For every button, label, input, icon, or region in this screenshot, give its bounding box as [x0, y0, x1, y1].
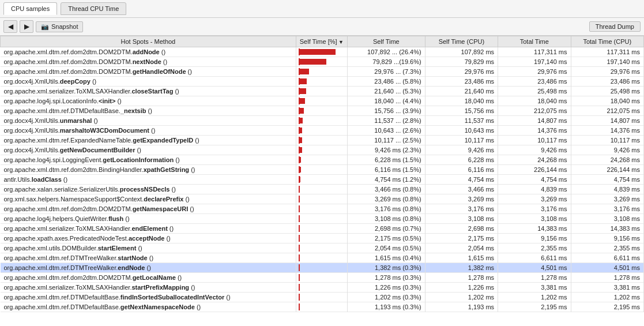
total-time-cpu-cell: 4,754 ms: [571, 175, 643, 185]
bar-cell: [296, 214, 347, 224]
self-time-cell: 1,226 ms (0.3%): [347, 283, 425, 293]
table-row[interactable]: org.docx4j.XmlUtils.deepCopy ()23,486 ..…: [1, 77, 644, 87]
table-row[interactable]: org.apache.xml.dtm.ref.dom2dtm.DOM2DTM.a…: [1, 47, 644, 57]
table-header-row: Hot Spots - Method Self Time [%] Self Ti…: [1, 36, 644, 47]
table-row[interactable]: org.apache.xml.serializer.ToXMLSAXHandle…: [1, 224, 644, 234]
self-time-cpu-cell: 79,829 ms: [425, 57, 498, 67]
bar-cell: [296, 302, 347, 312]
total-time-cell: 2,355 ms: [498, 243, 571, 253]
table-row[interactable]: org.apache.xalan.serialize.SerializerUti…: [1, 185, 644, 194]
bar-cell: [296, 67, 347, 77]
total-time-cpu-cell: 117,311 ms: [571, 47, 643, 57]
total-time-cell: 1,202 ms: [498, 293, 571, 302]
self-time-cpu-cell: 1,278 ms: [425, 273, 498, 283]
snapshot-button[interactable]: 📷 Snapshot: [36, 21, 83, 32]
method-cell: org.apache.xml.dtm.ref.DTMDefaultBase.fi…: [1, 293, 296, 302]
total-time-cell: 4,754 ms: [498, 175, 571, 185]
col-total-time: Total Time: [498, 36, 571, 47]
table-row[interactable]: org.apache.xpath.axes.PredicatedNodeTest…: [1, 234, 644, 243]
method-cell: org.xml.sax.helpers.NamespaceSupport$Con…: [1, 194, 296, 204]
bar-cell: [296, 263, 347, 273]
table-row[interactable]: org.docx4j.XmlUtils.getNewDocumentBuilde…: [1, 145, 644, 155]
bar-cell: [296, 253, 347, 263]
table-row[interactable]: org.apache.xml.dtm.ref.DTMDefaultBase._n…: [1, 106, 644, 116]
total-time-cpu-cell: 23,486 ms: [571, 77, 643, 87]
self-time-cell: 2,698 ms (0.7%): [347, 224, 425, 234]
table-row[interactable]: org.apache.xml.serializer.ToXMLSAXHandle…: [1, 87, 644, 96]
table-row[interactable]: antlr.Utils.loadClass ()4,754 ms (1.2%)4…: [1, 175, 644, 185]
self-time-cpu-cell: 3,269 ms: [425, 194, 498, 204]
total-time-cpu-cell: 1,202 ms: [571, 293, 643, 302]
method-cell: org.apache.xml.dtm.ref.DTMDefaultBase.ge…: [1, 302, 296, 312]
bar-cell: [296, 57, 347, 67]
bar-cell: [296, 136, 347, 145]
table-row[interactable]: org.docx4j.XmlUtils.marshaltoW3CDomDocum…: [1, 126, 644, 136]
total-time-cpu-cell: 14,383 ms: [571, 224, 643, 234]
method-cell: org.apache.xml.dtm.ref.DTMTreeWalker.end…: [1, 263, 296, 273]
bar-cell: [296, 185, 347, 194]
bar-cell: [296, 96, 347, 106]
tab-cpu-samples[interactable]: CPU samples: [3, 2, 57, 15]
toolbar-row: ◀ ▶ 📷 Snapshot Thread Dump: [0, 18, 644, 36]
self-time-cpu-cell: 2,698 ms: [425, 224, 498, 234]
method-cell: org.apache.xml.utils.DOMBuilder.startEle…: [1, 243, 296, 253]
table-row[interactable]: org.apache.log4j.spi.LoggingEvent.getLoc…: [1, 155, 644, 165]
table-row[interactable]: org.apache.xml.utils.DOMBuilder.startEle…: [1, 243, 644, 253]
table-row[interactable]: org.xml.sax.helpers.NamespaceSupport$Con…: [1, 194, 644, 204]
total-time-cell: 10,117 ms: [498, 136, 571, 145]
self-time-cell: 10,643 ... (2.6%): [347, 126, 425, 136]
table-row[interactable]: org.apache.xml.dtm.ref.DTMTreeWalker.sta…: [1, 253, 644, 263]
forward-button[interactable]: ▶: [20, 20, 33, 33]
self-time-cpu-cell: 15,756 ms: [425, 106, 498, 116]
total-time-cell: 25,498 ms: [498, 87, 571, 96]
self-time-cell: 1,193 ms (0.3%): [347, 302, 425, 312]
bar-cell: [296, 243, 347, 253]
self-time-cell: 18,040 ... (4.4%): [347, 96, 425, 106]
bar-cell: [296, 155, 347, 165]
self-time-cpu-cell: 10,643 ms: [425, 126, 498, 136]
self-time-cell: 6,228 ms (1.5%): [347, 155, 425, 165]
method-cell: org.docx4j.XmlUtils.unmarshal (): [1, 116, 296, 126]
total-time-cpu-cell: 4,839 ms: [571, 185, 643, 194]
self-time-cpu-cell: 18,040 ms: [425, 96, 498, 106]
table-row[interactable]: org.apache.xml.dtm.ref.dom2dtm.DOM2DTM.g…: [1, 273, 644, 283]
total-time-cell: 2,195 ms: [498, 302, 571, 312]
table-row[interactable]: org.apache.xml.dtm.ref.DTMDefaultBase.ge…: [1, 302, 644, 312]
method-cell: org.apache.log4j.spi.LocationInfo.<init>…: [1, 96, 296, 106]
method-cell: org.apache.xml.dtm.ref.DTMTreeWalker.sta…: [1, 253, 296, 263]
table-row[interactable]: org.apache.xml.dtm.ref.dom2dtm.BindingHa…: [1, 165, 644, 175]
bar-cell: [296, 234, 347, 243]
table-row[interactable]: org.docx4j.XmlUtils.unmarshal ()11,537 .…: [1, 116, 644, 126]
table-row[interactable]: org.apache.xml.dtm.ref.DTMDefaultBase.fi…: [1, 293, 644, 302]
col-self-time: Self Time: [347, 36, 425, 47]
method-cell: org.docx4j.XmlUtils.marshaltoW3CDomDocum…: [1, 126, 296, 136]
total-time-cell: 18,040 ms: [498, 96, 571, 106]
total-time-cpu-cell: 2,355 ms: [571, 243, 643, 253]
table-row[interactable]: org.apache.xml.dtm.ref.dom2dtm.DOM2DTM.g…: [1, 67, 644, 77]
self-time-cell: 4,754 ms (1.2%): [347, 175, 425, 185]
table-row[interactable]: org.apache.xml.dtm.ref.dom2dtm.DOM2DTM.n…: [1, 57, 644, 67]
total-time-cell: 197,140 ms: [498, 57, 571, 67]
bar-cell: [296, 145, 347, 155]
table-row[interactable]: org.apache.xml.dtm.ref.ExpandedNameTable…: [1, 136, 644, 145]
self-time-cpu-cell: 1,193 ms: [425, 302, 498, 312]
method-cell: org.apache.xml.dtm.ref.ExpandedNameTable…: [1, 136, 296, 145]
bar-cell: [296, 194, 347, 204]
total-time-cpu-cell: 24,268 ms: [571, 155, 643, 165]
self-time-cpu-cell: 6,116 ms: [425, 165, 498, 175]
table-row[interactable]: org.apache.xml.dtm.ref.DTMTreeWalker.end…: [1, 263, 644, 273]
col-self-time-cpu: Self Time (CPU): [425, 36, 498, 47]
table-row[interactable]: org.apache.xml.serializer.ToXMLSAXHandle…: [1, 283, 644, 293]
tab-thread-cpu-time[interactable]: Thread CPU Time: [61, 2, 126, 15]
back-button[interactable]: ◀: [3, 20, 17, 33]
total-time-cell: 9,426 ms: [498, 145, 571, 155]
col-self-time-pct[interactable]: Self Time [%]: [296, 36, 347, 47]
total-time-cell: 23,486 ms: [498, 77, 571, 87]
table-row[interactable]: org.apache.xml.dtm.ref.dom2dtm.DOM2DTM.g…: [1, 204, 644, 214]
method-cell: org.apache.xml.serializer.ToXMLSAXHandle…: [1, 87, 296, 96]
total-time-cpu-cell: 18,040 ms: [571, 96, 643, 106]
thread-dump-button[interactable]: Thread Dump: [589, 21, 641, 32]
table-row[interactable]: org.apache.log4j.spi.LocationInfo.<init>…: [1, 96, 644, 106]
table-row[interactable]: org.apache.log4j.helpers.QuietWriter.flu…: [1, 214, 644, 224]
total-time-cell: 4,839 ms: [498, 185, 571, 194]
